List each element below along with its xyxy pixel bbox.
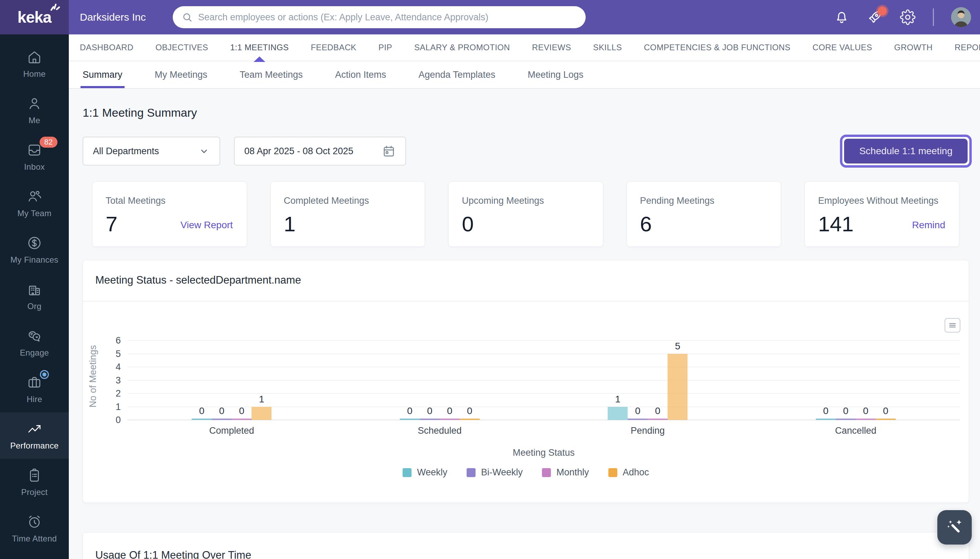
card-label: Completed Meetings	[284, 195, 412, 206]
tab-objectives[interactable]: OBJECTIVES	[155, 35, 208, 61]
sidebar-item-org[interactable]: Org	[0, 273, 69, 319]
card-label: Employees Without Meetings	[818, 195, 946, 206]
sidebar-item-performance[interactable]: Performance	[0, 412, 69, 459]
bar-value-label: 0	[199, 405, 205, 417]
schedule-1-1-meeting-button[interactable]: Schedule 1:1 meeting	[844, 139, 968, 164]
subtab-team-meetings[interactable]: Team Meetings	[240, 61, 303, 88]
bar	[400, 418, 420, 420]
bar-value-label: 5	[675, 341, 680, 352]
category-label: Cancelled	[835, 425, 876, 436]
header-divider	[933, 8, 934, 26]
subtab-summary[interactable]: Summary	[82, 61, 122, 88]
legend-item-bi-weekly[interactable]: Bi-Weekly	[467, 467, 523, 478]
primary-nav: DASHBOARDOBJECTIVES1:1 MEETINGSFEEDBACKP…	[69, 35, 980, 61]
meeting-status-chart-card: Meeting Status - selectedDepartment.name…	[82, 260, 969, 503]
bar-value-label: 0	[407, 405, 412, 417]
bar-adhoc-completed: 1	[252, 394, 272, 420]
tab-1-1-meetings[interactable]: 1:1 MEETINGS	[230, 35, 289, 61]
sidebar-item-label: Performance	[10, 441, 59, 451]
sidebar-item-my-team[interactable]: My Team	[0, 180, 69, 227]
bar	[252, 407, 272, 420]
usage-over-time-title: Usage Of 1:1 Meeting Over Time	[83, 533, 968, 559]
bar-group-completed: 0001Completed	[128, 326, 336, 420]
notifications-bell-icon[interactable]	[834, 9, 850, 25]
subtab-agenda-templates[interactable]: Agenda Templates	[418, 61, 495, 88]
summary-card-completed-meetings: Completed Meetings1	[271, 181, 425, 247]
profile-avatar[interactable]	[951, 7, 971, 27]
magic-wand-icon	[945, 518, 965, 538]
sidebar-item-project[interactable]: Project	[0, 459, 69, 505]
bar	[192, 418, 212, 420]
sidebar-item-home[interactable]: Home	[0, 41, 69, 87]
card-link-view-report[interactable]: View Report	[181, 220, 233, 231]
y-tick-label: 0	[103, 415, 121, 425]
bar-value-label: 0	[239, 405, 244, 417]
performance-icon	[26, 421, 42, 437]
chart-title: Meeting Status - selectedDepartment.name	[83, 260, 968, 286]
settings-gear-icon[interactable]	[900, 9, 916, 25]
date-range-picker[interactable]: 08 Apr 2025 - 08 Oct 2025	[234, 137, 406, 165]
bar-adhoc-cancelled: 0	[876, 405, 896, 420]
bar-adhoc-scheduled: 0	[460, 405, 480, 420]
keka-logo[interactable]: keka	[0, 0, 69, 35]
bar	[628, 418, 648, 420]
sidebar-item-label: Hire	[26, 394, 42, 404]
sidebar-item-my-finances[interactable]: My Finances	[0, 227, 69, 273]
bar-value-label: 0	[843, 405, 848, 417]
bar	[648, 418, 668, 420]
subtab-action-items[interactable]: Action Items	[335, 61, 386, 88]
legend-item-adhoc[interactable]: Adhoc	[608, 467, 649, 478]
sidebar-item-me[interactable]: Me	[0, 87, 69, 134]
bar-bi-weekly-completed: 0	[212, 405, 232, 420]
sidebar-item-label: Me	[28, 116, 40, 125]
global-search	[173, 6, 586, 28]
tab-salary-promotion[interactable]: SALARY & PROMOTION	[414, 35, 510, 61]
tab-reports[interactable]: REPORTS	[955, 35, 980, 61]
bar-value-label: 0	[219, 405, 224, 417]
tab-dashboard[interactable]: DASHBOARD	[80, 35, 134, 61]
tab-skills[interactable]: SKILLS	[593, 35, 622, 61]
y-tick-label: 5	[103, 349, 121, 359]
tab-competencies-job-functions[interactable]: COMPETENCIES & JOB FUNCTIONS	[644, 35, 790, 61]
subtab-my-meetings[interactable]: My Meetings	[155, 61, 208, 88]
bar-monthly-pending: 0	[648, 405, 668, 420]
department-select[interactable]: All Departments	[82, 137, 220, 165]
magic-wand-assistant-button[interactable]	[937, 510, 972, 544]
tab-feedback[interactable]: FEEDBACK	[311, 35, 356, 61]
y-tick-label: 1	[103, 402, 121, 412]
bar-value-label: 0	[655, 405, 660, 417]
sidebar-item-hire[interactable]: Hire	[0, 366, 69, 412]
tab-reviews[interactable]: REVIEWS	[532, 35, 571, 61]
y-axis-title: No of Meetings	[88, 326, 98, 427]
legend-item-monthly[interactable]: Monthly	[542, 467, 589, 478]
bar-weekly-scheduled: 0	[400, 405, 420, 420]
whats-new-rocket-icon[interactable]	[867, 9, 883, 25]
bar-groups: 0001Completed0000Scheduled1005Pending000…	[128, 326, 960, 420]
rocket-notification-dot	[878, 7, 887, 15]
home-icon	[26, 49, 42, 65]
sidebar-item-time-attend[interactable]: Time Attend	[0, 505, 69, 552]
bar-group-scheduled: 0000Scheduled	[336, 326, 544, 420]
sidebar-item-inbox[interactable]: 82Inbox	[0, 134, 69, 180]
card-value: 6	[640, 212, 768, 236]
search-input[interactable]	[173, 6, 586, 28]
bar	[836, 418, 856, 420]
sidebar-item-engage[interactable]: Engage	[0, 319, 69, 366]
legend-item-weekly[interactable]: Weekly	[403, 467, 447, 478]
subtab-meeting-logs[interactable]: Meeting Logs	[528, 61, 583, 88]
tab-pip[interactable]: PIP	[378, 35, 392, 61]
card-link-remind[interactable]: Remind	[912, 220, 945, 231]
legend-label: Monthly	[556, 467, 589, 478]
user-icon	[26, 96, 42, 111]
bar-monthly-cancelled: 0	[856, 405, 876, 420]
tab-core-values[interactable]: CORE VALUES	[812, 35, 872, 61]
hire-icon	[26, 374, 42, 390]
sidebar-item-label: Engage	[20, 348, 49, 358]
bar-value-label: 0	[427, 405, 432, 417]
sidebar-item-label: Time Attend	[12, 534, 57, 544]
sidebar-item-label: Home	[23, 69, 45, 79]
legend-swatch	[542, 468, 551, 477]
logo-text: keka	[18, 8, 51, 26]
tab-growth[interactable]: GROWTH	[894, 35, 933, 61]
y-tick-label: 6	[103, 335, 121, 346]
